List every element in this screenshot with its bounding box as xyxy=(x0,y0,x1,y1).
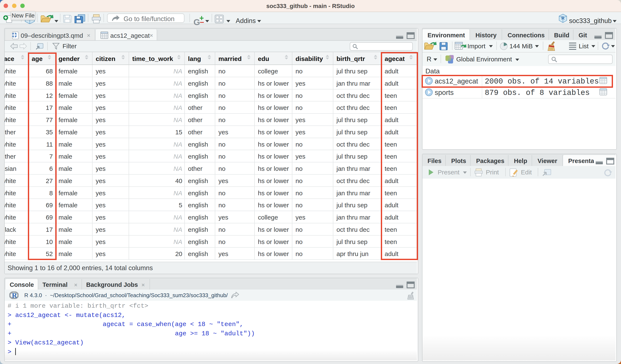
svg-text:R: R xyxy=(12,291,17,299)
svg-text:R: R xyxy=(561,15,565,20)
